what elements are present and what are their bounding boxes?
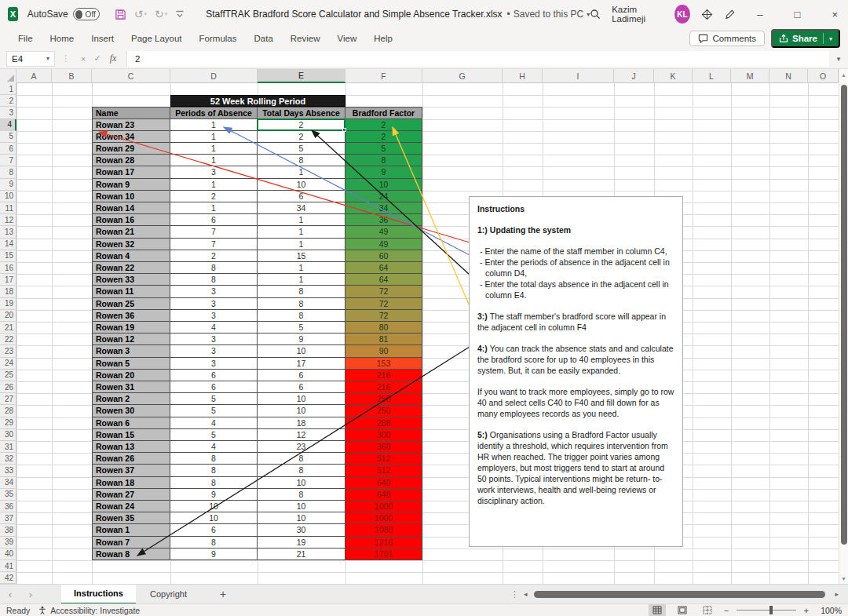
row-header-11[interactable]: 11 [0,202,16,214]
row-header-35[interactable]: 35 [0,489,16,501]
row-header-4[interactable]: 4 [0,119,16,131]
row-header-8[interactable]: 8 [0,166,16,178]
cell-days[interactable]: 1 [258,262,345,274]
cell-bradford[interactable]: 36 [345,214,422,226]
column-header-E[interactable]: E [258,69,345,83]
row-header-36[interactable]: 36 [0,501,16,512]
cell-periods[interactable]: 8 [170,477,258,489]
row-header-33[interactable]: 33 [0,465,16,476]
cell-name[interactable]: Rowan 6 [92,417,170,429]
user-name[interactable]: Kazim Ladimeji [612,5,663,24]
cell-days[interactable]: 1 [258,274,345,286]
cell-days[interactable]: 34 [258,202,345,214]
cell-days[interactable]: 1 [258,226,345,238]
cell-name[interactable]: Rowan 5 [92,358,170,370]
column-header-F[interactable]: F [345,69,422,83]
ribbon-tab-review[interactable]: Review [282,31,329,46]
cell-periods[interactable]: 8 [170,262,258,274]
cell-days[interactable]: 6 [258,191,345,202]
row-header-41[interactable]: 41 [0,560,16,572]
row-header-16[interactable]: 16 [0,262,16,274]
cell-bradford[interactable]: 2 [345,131,422,143]
sheet-tab-copyright[interactable]: Copyright [137,585,199,604]
cell-periods[interactable]: 1 [170,202,258,214]
row-header-13[interactable]: 13 [0,226,16,238]
row-header-18[interactable]: 18 [0,286,16,297]
cell-periods[interactable]: 3 [170,286,258,297]
namebox-chevron-icon[interactable]: ▾ [46,55,49,62]
cell-name[interactable]: Rowan 19 [92,322,170,334]
cell-bradford[interactable]: 512 [345,465,422,476]
row-header-42[interactable]: 42 [0,572,16,584]
cell-days[interactable]: 8 [258,453,345,465]
cell-periods[interactable]: 1 [170,119,258,131]
column-header-J[interactable]: J [614,69,654,83]
row-header-24[interactable]: 24 [0,358,16,370]
cell-bradford[interactable]: 1000 [345,512,422,524]
maximize-button[interactable]: □ [784,0,811,28]
cell-name[interactable]: Rowan 12 [92,334,170,345]
row-header-7[interactable]: 7 [0,155,16,166]
row-header-39[interactable]: 39 [0,537,16,549]
cell-bradford[interactable]: 5 [345,143,422,155]
row-header-26[interactable]: 26 [0,381,16,393]
search-button[interactable] [590,9,601,20]
avatar[interactable]: KL [674,5,690,24]
row-header-25[interactable]: 25 [0,370,16,381]
cell-days[interactable]: 8 [258,298,345,310]
ribbon-tab-formulas[interactable]: Formulas [191,31,246,46]
cell-periods[interactable]: 2 [170,250,258,262]
cell-bradford[interactable]: 250 [345,405,422,417]
cell-periods[interactable]: 4 [170,417,258,429]
splitter-dots-icon[interactable]: ⋮ [510,589,519,600]
document-title-group[interactable]: StaffTRAK Bradford Score Calculator and … [206,9,590,20]
row-header-3[interactable]: 3 [0,107,16,118]
row-header-23[interactable]: 23 [0,345,16,357]
formulabar-expand-icon[interactable]: ▾ [829,55,848,63]
cell-periods[interactable]: 3 [170,334,258,345]
cell-days[interactable]: 10 [258,393,345,405]
cell-name[interactable]: Rowan 18 [92,477,170,489]
cell-name[interactable]: Rowen 34 [92,131,170,143]
cell-periods[interactable]: 3 [170,345,258,357]
cell-name[interactable]: Rowan 26 [92,453,170,465]
cell-bradford[interactable]: 64 [345,262,422,274]
row-header-2[interactable]: 2 [0,95,16,107]
cell-days[interactable]: 9 [258,334,345,345]
cell-periods[interactable]: 6 [170,370,258,381]
row-header-37[interactable]: 37 [0,512,16,524]
cell-periods[interactable]: 5 [170,429,258,441]
cell-periods[interactable]: 3 [170,298,258,310]
row-header-19[interactable]: 19 [0,298,16,310]
scroll-left-icon[interactable]: ◂ [524,590,528,598]
cell-days[interactable]: 10 [258,512,345,524]
cancel-entry-button[interactable]: × [76,54,90,64]
cell-name[interactable]: Rowen 37 [92,465,170,476]
cell-bradford[interactable]: 153 [345,358,422,370]
cell-periods[interactable]: 8 [170,465,258,476]
cell-periods[interactable]: 2 [170,191,258,202]
cell-name[interactable]: Rowen 31 [92,381,170,393]
cell-bradford[interactable]: 49 [345,226,422,238]
add-sheet-button[interactable]: + [220,588,226,600]
ribbon-tab-insert[interactable]: Insert [82,31,122,46]
cell-days[interactable]: 15 [258,250,345,262]
redo-button[interactable]: ↻ ▾ [155,8,167,20]
diamond-button[interactable] [701,9,713,20]
hscroll-thumb[interactable] [534,591,826,598]
cell-name[interactable]: Rowen 30 [92,405,170,417]
cell-bradford[interactable]: 10 [345,179,422,191]
close-button[interactable]: × [821,0,848,28]
cell-days[interactable]: 17 [258,358,345,370]
ribbon-tab-home[interactable]: Home [42,31,83,46]
grid-body[interactable]: 1234567891011121314151617181920212223242… [0,83,839,584]
cell-bradford[interactable]: 60 [345,250,422,262]
cell-name[interactable]: Rowan 14 [92,202,170,214]
scroll-right-icon[interactable]: ▸ [835,590,839,598]
cell-name[interactable]: Rowan 28 [92,155,170,166]
cell-days[interactable]: 21 [258,549,345,560]
cell-name[interactable]: Rowan 10 [92,191,170,202]
cell-days[interactable]: 1 [258,166,345,178]
row-header-22[interactable]: 22 [0,334,16,345]
zoom-level[interactable]: 100% [817,606,842,615]
